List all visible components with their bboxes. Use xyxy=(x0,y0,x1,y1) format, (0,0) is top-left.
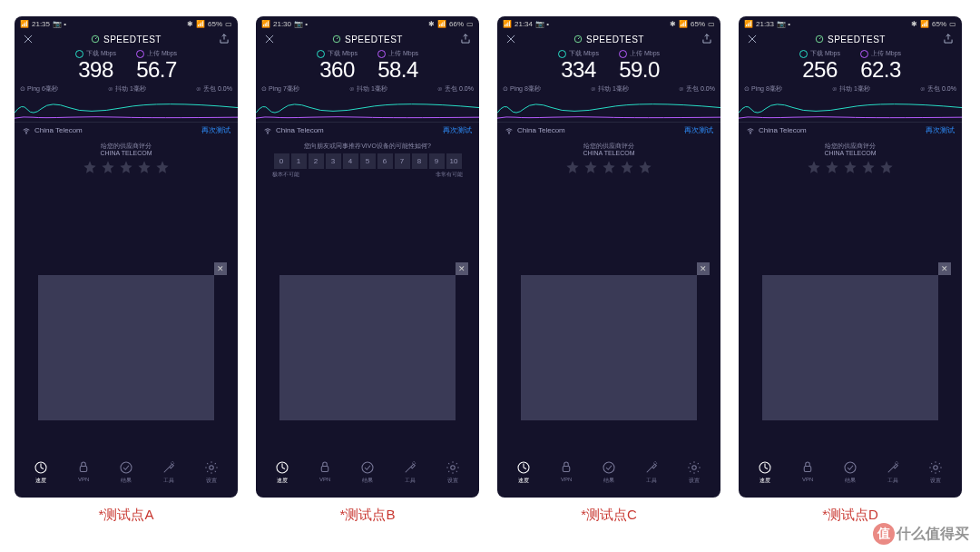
nav-结果[interactable]: 结果 xyxy=(118,459,134,485)
battery-icon: ▭ xyxy=(225,20,232,28)
nav-设置[interactable]: 设置 xyxy=(686,459,702,485)
caption-2: *测试点C xyxy=(497,507,720,524)
status-bar: 📶21:30 📷 • ✱📶66%▭ xyxy=(256,16,479,31)
retest-link[interactable]: 再次测试 xyxy=(443,125,472,135)
share-icon[interactable] xyxy=(459,33,472,45)
nav-VPN[interactable]: VPN xyxy=(75,459,92,485)
retest-link[interactable]: 再次测试 xyxy=(201,125,230,135)
battery-pct: 65% xyxy=(691,20,705,28)
upload-icon xyxy=(860,50,868,58)
nav-结果[interactable]: 结果 xyxy=(359,459,376,485)
nav-工具[interactable]: 工具 xyxy=(161,459,177,485)
download-icon xyxy=(799,50,808,58)
nps-5[interactable]: 5 xyxy=(360,153,376,169)
svg-point-22 xyxy=(845,462,856,473)
caption-0: *测试点A xyxy=(15,507,238,524)
nps-8[interactable]: 8 xyxy=(412,153,427,169)
nav-工具[interactable]: 工具 xyxy=(643,459,660,485)
ad-close-icon[interactable]: ✕ xyxy=(214,262,227,275)
status-bar: 📶21:35 📷 • ✱📶65%▭ xyxy=(15,16,238,31)
upload-value: 56.7 xyxy=(136,59,177,81)
ad-close-icon[interactable]: ✕ xyxy=(697,262,710,275)
svg-point-13 xyxy=(509,133,510,133)
nav-VPN[interactable]: VPN xyxy=(317,459,333,485)
battery-icon: ▭ xyxy=(949,20,956,28)
watermark-text: 什么值得买 xyxy=(897,525,969,544)
ad-placeholder: ✕ xyxy=(38,275,214,420)
close-icon[interactable] xyxy=(263,33,276,45)
nps-1[interactable]: 1 xyxy=(291,153,307,169)
svg-point-10 xyxy=(362,462,373,473)
jitter-stat: ⊙ 抖动 1毫秒 xyxy=(591,84,629,94)
nps-3[interactable]: 3 xyxy=(326,153,341,169)
ping-stat: ⊙ Ping 7毫秒 xyxy=(261,84,299,94)
battery-icon: ▭ xyxy=(708,20,715,28)
ad-close-icon[interactable]: ✕ xyxy=(456,262,468,275)
ad-close-icon[interactable]: ✕ xyxy=(938,262,951,275)
loss-stat: ⊙ 丢包 0.0% xyxy=(437,84,474,94)
nav-结果[interactable]: 结果 xyxy=(601,459,617,485)
jitter-stat: ⊙ 抖动 1毫秒 xyxy=(108,84,146,94)
wifi-icon xyxy=(746,126,755,135)
nav-速度[interactable]: 速度 xyxy=(515,459,532,485)
nav-设置[interactable]: 设置 xyxy=(445,459,461,485)
wifi-status-icon: 📶 xyxy=(679,20,688,28)
download-value: 398 xyxy=(75,59,116,81)
wifi-status-icon: 📶 xyxy=(437,20,446,28)
nav-速度[interactable]: 速度 xyxy=(757,459,773,485)
bottom-nav: 速度VPN结果工具设置 xyxy=(739,456,962,488)
nps-9[interactable]: 9 xyxy=(429,153,445,169)
ping-stat: ⊙ Ping 6毫秒 xyxy=(20,84,58,94)
ad-placeholder: ✕ xyxy=(279,275,456,420)
star-rating[interactable] xyxy=(744,160,956,174)
signal-icon: 📶 xyxy=(20,20,29,28)
phone-panel-0: 📶21:35 📷 • ✱📶65%▭ SPEEDTEST 下载 Mbps 398 … xyxy=(15,16,238,498)
bluetooth-icon: ✱ xyxy=(670,20,676,28)
svg-point-19 xyxy=(750,133,751,133)
close-icon[interactable] xyxy=(22,33,34,45)
upload-value: 59.0 xyxy=(619,59,660,81)
wifi-icon xyxy=(505,126,514,135)
svg-rect-15 xyxy=(563,467,570,472)
speed-graph xyxy=(256,95,479,123)
nav-设置[interactable]: 设置 xyxy=(927,459,944,485)
nps-4[interactable]: 4 xyxy=(343,153,358,169)
loss-stat: ⊙ 丢包 0.0% xyxy=(196,84,232,94)
watermark: 值 什么值得买 xyxy=(873,523,969,545)
close-icon[interactable] xyxy=(746,33,759,45)
share-icon[interactable] xyxy=(942,33,955,45)
nav-设置[interactable]: 设置 xyxy=(203,459,220,485)
svg-point-4 xyxy=(121,462,132,473)
upload-value: 58.4 xyxy=(377,59,418,81)
nav-结果[interactable]: 结果 xyxy=(842,459,858,485)
phone-panel-3: 📶21:33 📷 • ✱📶65%▭ SPEEDTEST 下载 Mbps 256 … xyxy=(739,16,962,498)
nav-速度[interactable]: 速度 xyxy=(33,459,49,485)
star-rating[interactable] xyxy=(20,160,232,174)
nav-VPN[interactable]: VPN xyxy=(799,459,816,485)
isp-name: China Telecom xyxy=(759,126,807,134)
nps-6[interactable]: 6 xyxy=(377,153,393,169)
isp-name: China Telecom xyxy=(517,126,565,134)
ad-placeholder: ✕ xyxy=(521,275,697,420)
nps-2[interactable]: 2 xyxy=(309,153,324,169)
star-rating[interactable] xyxy=(503,160,715,174)
caption-1: *测试点B xyxy=(256,507,479,524)
bluetooth-icon: ✱ xyxy=(911,20,917,28)
nps-0[interactable]: 0 xyxy=(274,153,289,169)
nav-工具[interactable]: 工具 xyxy=(885,459,901,485)
svg-point-11 xyxy=(450,466,455,470)
retest-link[interactable]: 再次测试 xyxy=(684,125,713,135)
nav-工具[interactable]: 工具 xyxy=(402,459,418,485)
nps-7[interactable]: 7 xyxy=(395,153,410,169)
nps-10[interactable]: 10 xyxy=(446,153,462,169)
wifi-status-icon: 📶 xyxy=(196,20,205,28)
wifi-status-icon: 📶 xyxy=(920,20,929,28)
share-icon[interactable] xyxy=(218,33,230,45)
retest-link[interactable]: 再次测试 xyxy=(926,125,955,135)
nav-速度[interactable]: 速度 xyxy=(274,459,290,485)
share-icon[interactable] xyxy=(701,33,713,45)
close-icon[interactable] xyxy=(505,33,517,45)
status-time: 21:35 xyxy=(32,20,50,28)
nav-VPN[interactable]: VPN xyxy=(558,459,574,485)
nps-scale[interactable]: 012345678910 xyxy=(261,153,474,169)
